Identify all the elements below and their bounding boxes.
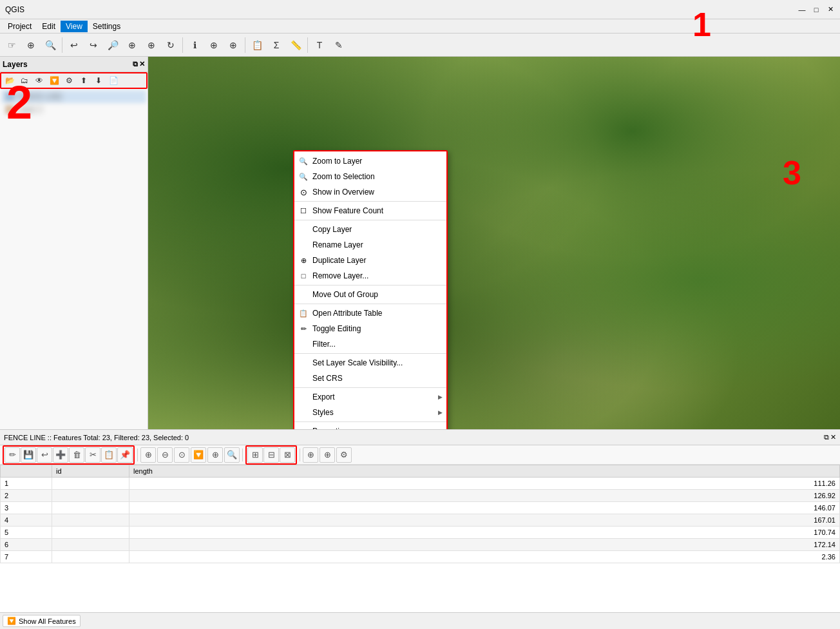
tool-refresh[interactable]: ↻ <box>162 36 180 54</box>
tool-zoom-selection[interactable]: ⊕ <box>142 36 160 54</box>
ctx-remove-layer-icon: □ <box>298 271 309 281</box>
tool-identify[interactable]: ℹ <box>186 36 204 54</box>
layers-float-btn[interactable]: ⧉ <box>133 60 138 68</box>
close-button[interactable]: ✕ <box>826 5 835 14</box>
ctx-properties-label: Properties... <box>312 427 354 429</box>
ctx-show-overview[interactable]: ⊙ Show in Overview <box>294 184 446 200</box>
ctx-styles[interactable]: Styles <box>294 405 446 420</box>
attribute-table-toolbar: ✏ 💾 ↩ ➕ 🗑 ✂ 📋 📌 ⊕ ⊖ ⊙ 🔽 ⊕ 🔍 ⊞ ⊟ ⊠ <box>0 445 840 465</box>
ctx-scale-visibility[interactable]: Set Layer Scale Visibility... <box>294 355 446 371</box>
ctx-sep6 <box>294 387 446 388</box>
attr-btn-cut[interactable]: ✂ <box>85 447 100 463</box>
layers-panel: Layers ⧉ ✕ 📂 🗂 👁 🔽 ⚙ ⬆ ⬇ 📄 FENCE LI <box>0 57 148 429</box>
layers-tb-visible[interactable]: 👁 <box>32 74 46 87</box>
ctx-move-out-group[interactable]: Move Out of Group <box>294 287 446 302</box>
attr-btn-rollback[interactable]: ↩ <box>37 447 52 463</box>
tool-zoom-full[interactable]: 🔎 <box>104 36 122 54</box>
layers-tb-down[interactable]: ⬇ <box>91 74 106 87</box>
ctx-rename-layer-label: Rename Layer <box>312 240 363 249</box>
attr-btn-form-view[interactable]: ⊟ <box>263 447 279 463</box>
attr-btn-save[interactable]: 💾 <box>21 447 36 463</box>
map-area[interactable]: 🔍 Zoom to Layer 🔍 Zoom to Selection ⊙ Sh… <box>148 57 840 429</box>
attr-btn-zoom-sel[interactable]: 🔍 <box>224 447 240 463</box>
ctx-copy-layer-icon <box>298 224 309 235</box>
ctx-sep4 <box>294 304 446 304</box>
tool-zoom-out[interactable]: 🔍 <box>41 36 59 54</box>
attr-btn-toggle-edit[interactable]: ✏ <box>5 447 20 463</box>
layers-tb-overview[interactable]: 📄 <box>106 74 120 87</box>
row-length: 111.26 <box>129 478 840 490</box>
tool-open-attr[interactable]: 📋 <box>248 36 266 54</box>
table-row: 5 170.74 <box>1 527 840 539</box>
table-row: 1 111.26 <box>1 478 840 490</box>
attr-btn-table-view[interactable]: ⊞ <box>247 447 263 463</box>
titlebar-title: QGIS <box>5 5 24 14</box>
ctx-rename-layer[interactable]: Rename Layer <box>294 237 446 253</box>
ctx-toggle-editing[interactable]: ✏ Toggle Editing <box>294 321 446 336</box>
tool-statistics[interactable]: Σ <box>267 36 285 54</box>
ctx-properties[interactable]: Properties... <box>294 423 446 429</box>
ctx-sep7 <box>294 421 446 422</box>
maximize-button[interactable]: □ <box>812 5 821 14</box>
minimize-button[interactable]: — <box>797 5 807 14</box>
attr-btn-invert-sel[interactable]: ⊙ <box>174 447 189 463</box>
map-background <box>148 57 840 429</box>
tool-back[interactable]: ↩ <box>65 36 83 54</box>
tool-pan[interactable]: ☞ <box>3 36 21 54</box>
row-num: 2 <box>1 490 52 502</box>
ctx-export[interactable]: Export <box>294 389 446 405</box>
layers-tb-filter[interactable]: 🔽 <box>47 74 61 87</box>
menubar: Project Edit View Settings <box>0 19 840 34</box>
menu-settings[interactable]: Settings <box>88 21 126 32</box>
ctx-checkbox-icon: ☐ <box>298 206 309 216</box>
ctx-copy-layer[interactable]: Copy Layer <box>294 222 446 237</box>
attr-btn-split-view[interactable]: ⊠ <box>280 447 295 463</box>
tool-annotation[interactable]: ✎ <box>330 36 348 54</box>
ctx-show-feature-count[interactable]: ☐ Show Feature Count <box>294 203 446 218</box>
menu-project[interactable]: Project <box>3 21 37 32</box>
attr-btn-paste[interactable]: 📌 <box>117 447 133 463</box>
ctx-sep2 <box>294 220 446 220</box>
tool-forward[interactable]: ↪ <box>84 36 102 54</box>
ctx-show-overview-icon: ⊙ <box>298 187 309 197</box>
layers-tb-up[interactable]: ⬆ <box>77 74 91 87</box>
ctx-set-crs-icon <box>298 373 309 383</box>
ctx-rename-layer-icon <box>298 240 309 250</box>
layers-tb-settings[interactable]: ⚙ <box>62 74 76 87</box>
attr-header-float-btn[interactable]: ⧉ <box>824 433 829 441</box>
ctx-filter-icon <box>298 339 309 349</box>
ctx-filter[interactable]: Filter... <box>294 336 446 352</box>
menu-edit[interactable]: Edit <box>37 21 61 32</box>
ctx-zoom-selection[interactable]: 🔍 Zoom to Selection <box>294 169 446 184</box>
tool-zoom-in[interactable]: ⊕ <box>22 36 40 54</box>
attr-btn-select-all[interactable]: ⊕ <box>140 447 156 463</box>
layers-close-btn[interactable]: ✕ <box>139 60 145 68</box>
tool-label[interactable]: T <box>310 36 329 54</box>
attr-btn-select-by-expr[interactable]: ⊕ <box>207 447 223 463</box>
show-all-features-button[interactable]: 🔽 Show All Features <box>3 615 81 627</box>
attr-header-close-btn[interactable]: ✕ <box>830 433 836 441</box>
attr-btn-col-visibility[interactable]: ⊕ <box>303 447 318 463</box>
tool-zoom-layer[interactable]: ⊕ <box>123 36 141 54</box>
attr-btn-filter2[interactable]: 🔽 <box>191 447 206 463</box>
attr-btn-settings2[interactable]: ⚙ <box>336 447 352 463</box>
ctx-duplicate-layer[interactable]: ⊕ Duplicate Layer <box>294 253 446 268</box>
tool-measure[interactable]: 📏 <box>287 36 305 54</box>
table-row: 7 2.36 <box>1 551 840 563</box>
ctx-toggle-editing-label: Toggle Editing <box>312 324 361 333</box>
ctx-zoom-layer[interactable]: 🔍 Zoom to Layer <box>294 153 446 169</box>
attr-btn-delete[interactable]: 🗑 <box>69 447 84 463</box>
tool-deselect[interactable]: ⊕ <box>224 36 242 54</box>
attr-btn-add-row[interactable]: ➕ <box>53 447 68 463</box>
row-num: 7 <box>1 551 52 563</box>
attr-btn-deselect-all[interactable]: ⊖ <box>157 447 173 463</box>
ctx-properties-icon <box>298 426 309 429</box>
attr-btn-expand[interactable]: ⊕ <box>320 447 335 463</box>
ctx-set-crs[interactable]: Set CRS <box>294 371 446 386</box>
menu-view[interactable]: View <box>61 21 88 32</box>
attr-btn-copy[interactable]: 📋 <box>101 447 117 463</box>
ctx-open-attr-table[interactable]: 📋 Open Attribute Table <box>294 305 446 321</box>
tool-select[interactable]: ⊕ <box>205 36 223 54</box>
attr-sep2 <box>242 449 243 461</box>
ctx-remove-layer[interactable]: □ Remove Layer... <box>294 268 446 284</box>
